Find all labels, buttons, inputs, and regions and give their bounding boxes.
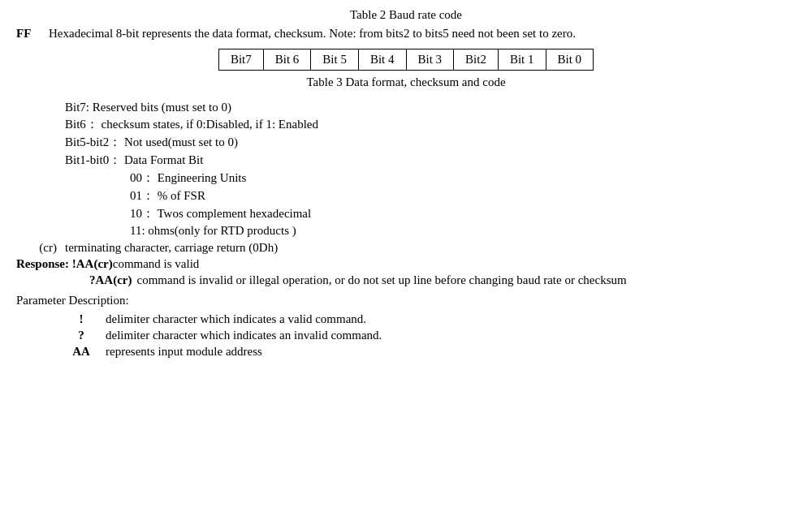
param-exclamation-desc: delimiter character which indicates a va… [106,312,796,326]
cr-description: terminating character, carriage return (… [65,241,278,255]
response-invalid-text: command is invalid or illegal operation,… [136,273,796,287]
param-question-symbol: ? [57,329,106,342]
param-aa-row: AA represents input module address [57,345,796,359]
response-label: Response: !AA(cr) [16,257,113,271]
format-11: 11: ohms(only for RTD products ) [130,224,796,238]
bit7-desc: Bit7: Reserved bits (must set to 0) [65,101,796,114]
bit7-cell: Bit7 [218,49,263,71]
param-question-desc: delimiter character which indicates an i… [106,329,796,342]
bit1-cell: Bit 1 [498,49,546,71]
bit1-desc: Bit1-bit0： Data Format Bit [65,153,796,168]
bit0-cell: Bit 0 [546,49,594,71]
param-question-row: ? delimiter character which indicates an… [57,329,796,342]
parameter-section: Parameter Description: ! delimiter chara… [16,294,796,359]
bit5-desc: Bit5-bit2： Not used(must set to 0) [65,135,796,150]
bit5-cell: Bit 5 [311,49,359,71]
bit2-cell: Bit2 [454,49,499,71]
response-valid-text: command is valid [113,257,796,271]
bit-table: Bit7 Bit 6 Bit 5 Bit 4 Bit 3 Bit2 Bit 1 … [218,49,594,71]
bit4-cell: Bit 4 [358,49,406,71]
bit-table-row: Bit7 Bit 6 Bit 5 Bit 4 Bit 3 Bit2 Bit 1 … [218,49,593,71]
cr-label: (cr) [16,241,65,255]
format-10: 10： Twos complement hexadecimal [130,206,796,221]
ff-row: FF Hexadecimal 8-bit represents the data… [16,27,796,41]
response-invalid-label: ?AA(cr) [89,273,132,287]
param-exclamation-row: ! delimiter character which indicates a … [57,312,796,326]
format-01: 01： % of FSR [130,188,796,204]
param-aa-symbol: AA [57,345,106,359]
bit3-cell: Bit 3 [406,49,454,71]
table2-caption: Table 2 Baud rate code [16,8,796,22]
bit-table-wrapper: Bit7 Bit 6 Bit 5 Bit 4 Bit 3 Bit2 Bit 1 … [16,49,796,71]
ff-description: Hexadecimal 8-bit represents the data fo… [49,27,796,41]
param-exclamation-symbol: ! [57,312,106,326]
parameter-title: Parameter Description: [16,294,796,307]
param-aa-desc: represents input module address [106,345,796,359]
ff-label: FF [16,27,49,41]
bit-descriptions: Bit7: Reserved bits (must set to 0) Bit6… [65,101,796,238]
cr-row: (cr) terminating character, carriage ret… [16,241,796,255]
response-valid-row: Response: !AA(cr) command is valid [16,257,796,271]
bit6-cell: Bit 6 [263,49,311,71]
table3-caption: Table 3 Data format, checksum and code [16,75,796,89]
response-invalid-row: ?AA(cr) command is invalid or illegal op… [89,273,796,287]
format-00: 00： Engineering Units [130,170,796,186]
bit6-desc: Bit6： checksum states, if 0:Disabled, if… [65,117,796,132]
